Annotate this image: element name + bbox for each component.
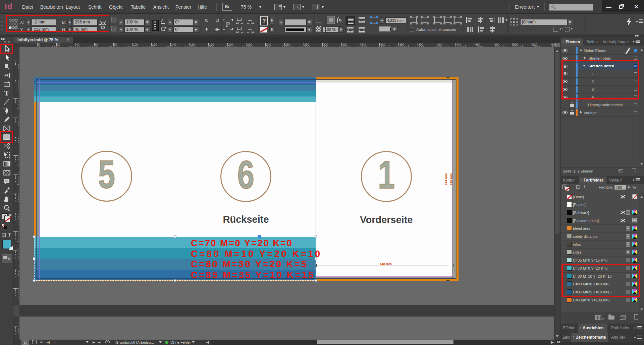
svg-text:+: + <box>3 107 5 110</box>
